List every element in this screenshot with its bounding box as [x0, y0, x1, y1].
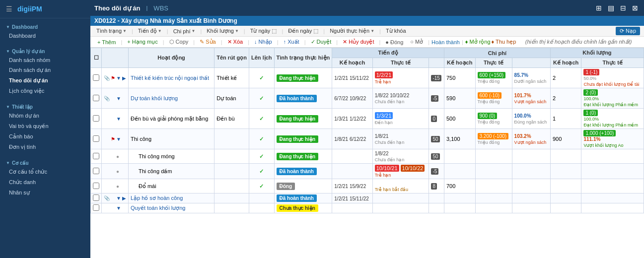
sidebar-item-vaitro[interactable]: Vai trò và quyền	[0, 121, 90, 131]
row-checkbox[interactable]	[91, 203, 102, 213]
row-checkbox[interactable]	[91, 129, 102, 149]
filter-tinh-trang[interactable]: Tình trạng ▼	[94, 27, 129, 35]
topbar-subtitle: WBS	[153, 4, 168, 12]
nap-button[interactable]: ⟳ Nạp	[616, 27, 640, 35]
table-row: 📎 ⚑ ▼ Quyết toán khối lượng Chưa thực hi…	[91, 203, 644, 213]
hamburger-icon[interactable]: ☰	[6, 5, 12, 13]
td-thuc-te-cell: 10/10/21 10/10/22Trễ hạn	[372, 164, 429, 179]
qty-percent: 50.0%	[583, 76, 596, 81]
th-cp-percent	[512, 58, 550, 68]
mo-rong-button[interactable]: ♦ Mở rộng	[465, 39, 491, 45]
sidebar-item-chucdanh[interactable]: Chức danh	[0, 177, 90, 188]
view-toggle-btn-4[interactable]: ⊠	[630, 3, 640, 13]
sidebar-item-donvi[interactable]: Đơn vị tính	[0, 142, 90, 152]
row-checkbox[interactable]	[91, 179, 102, 194]
nhap-button[interactable]: ↓ Nhập	[251, 38, 275, 46]
sidebar-section-title-dashboard: Dashboard	[0, 20, 90, 31]
td-thuc-te-cell	[372, 203, 429, 213]
filter-nguoi-thuc-hien[interactable]: Người thực hiện ▼	[328, 27, 376, 35]
cp-percent-cell: 100.0%Đúng ngân sách	[512, 109, 550, 129]
duyet-button[interactable]: ✓ Duyệt	[308, 38, 335, 46]
view-toggle-btn-2[interactable]: ▤	[606, 3, 616, 13]
row-checkbox[interactable]	[91, 88, 102, 109]
row-checkbox[interactable]	[91, 164, 102, 179]
sidebar-item-dashboard[interactable]: Dashboard	[0, 31, 90, 41]
td-note: Trễ hạn	[375, 79, 391, 84]
xoa-button[interactable]: ✕ Xóa	[224, 38, 246, 46]
sidebar-item-danhsachduan[interactable]: Danh sách dự án	[0, 65, 90, 75]
sua-button[interactable]: ✎ Sửa	[197, 38, 219, 46]
delta-badge: 0	[431, 116, 437, 122]
filter-tu-khoa[interactable]: Từ khóa	[384, 27, 408, 35]
filter-den-ngay[interactable]: Đến ngày ⬚	[286, 27, 320, 35]
activity-link[interactable]: Dự toán khối lượng	[131, 95, 178, 101]
check-icon: ✓	[259, 136, 264, 142]
qty-note: Vượt khối lượng Ao	[583, 143, 623, 148]
row-checkbox[interactable]	[91, 109, 102, 129]
filter-sep-4: |	[244, 28, 245, 34]
sidebar-item-lichcongviec[interactable]: Lịch công việc	[0, 86, 90, 96]
cp-percent-cell	[512, 149, 550, 164]
sidebar-item-theodoiduan[interactable]: Theo dõi dự án	[0, 75, 90, 86]
len-lich-cell	[249, 194, 275, 203]
td-thuc-te-cell: 1/8/21Chưa đến hạn	[372, 129, 429, 149]
top-bar: Theo dõi dự án | WBS ⊞ ▤ ⊟ ⊠	[90, 0, 644, 16]
sidebar-item-cocan[interactable]: Cơ cấu tổ chức	[0, 167, 90, 177]
toolbar-sep-6: |	[277, 39, 279, 45]
sidebar-item-nhansu[interactable]: Nhân sự	[0, 188, 90, 198]
cp-percent-cell: 101.7%Vượt ngân sách	[512, 88, 550, 109]
logo-pm: PM	[32, 5, 42, 13]
row-checkbox[interactable]	[91, 149, 102, 164]
hang-muc-button[interactable]: + Hạng mục	[124, 38, 160, 46]
check-icon: ✓	[259, 95, 264, 101]
copy-button[interactable]: ⬡ Copy	[166, 38, 192, 46]
filter-chi-phi[interactable]: Chi phí ▼	[171, 28, 198, 35]
sidebar-item-nhomduan[interactable]: Nhóm dự án	[0, 111, 90, 121]
row-icons: 📎 ⚑ ▼	[102, 203, 129, 213]
th-kl-thuc-te: Thực tế	[581, 58, 644, 68]
filter-tien-do[interactable]: Tiến độ ▼	[136, 27, 164, 35]
row-icons: 📎 ⚑ ▼	[102, 109, 129, 129]
td-thuc-te-cell: 1/3/21Đến hạn	[372, 109, 429, 129]
filter-sep-2: |	[167, 28, 168, 34]
them-button[interactable]: + Thêm	[94, 38, 119, 46]
hoan-thanh-button[interactable]: Hoàn thành	[431, 39, 460, 45]
cost-note: Triệu đồng	[478, 99, 500, 104]
cp-thuc-te-cell: 600 (+150)Triệu đồng	[475, 68, 512, 88]
activity-link[interactable]: Lập hồ sơ hoàn công	[131, 195, 183, 201]
toolbar-sep-4: |	[221, 39, 222, 45]
td-ke-hoach-cell: 1/2/21 15/11/22	[332, 68, 372, 88]
view-toggle-btn-1[interactable]: ⊞	[594, 3, 604, 13]
clip-placeholder: 📎	[104, 136, 110, 142]
triangle-icon: ▼	[116, 205, 121, 211]
activity-link[interactable]: Thiết kế kiến trúc nội ngoại thất	[131, 75, 209, 81]
huy-duyet-button[interactable]: ✕ Hủy duyệt	[340, 38, 377, 46]
table-row: 📎 ⚑ ● Đổ mái ✓ Đóng 1/2/21 15/9/22 Trễ h…	[91, 179, 644, 194]
kl-thuc-te-cell	[581, 149, 644, 164]
row-checkbox[interactable]	[91, 68, 102, 88]
td-thuc-te-cell	[372, 194, 429, 203]
clip-icon: 📎	[104, 96, 110, 101]
qty-badge: 1 (-1)	[583, 69, 599, 75]
mo-button[interactable]: ○ Mở	[407, 38, 426, 46]
filter-khoi-luong[interactable]: Khối lượng ▼	[205, 27, 241, 35]
dong-button[interactable]: ● Đóng	[382, 38, 406, 46]
sidebar-item-canhbao[interactable]: Cảnh báo	[0, 131, 90, 142]
cp-thuc-te-cell	[475, 203, 512, 213]
thu-hep-button[interactable]: ♦ Thu hẹp	[492, 39, 516, 45]
xuat-button[interactable]: ↑ Xuất	[281, 38, 302, 46]
row-checkbox[interactable]	[91, 194, 102, 203]
cost-badge: 900 (0)	[478, 113, 498, 119]
activity-cell: Đổ mái	[128, 179, 214, 194]
toolbar: + Thêm | + Hạng mục | ⬡ Copy | ✎ Sửa | ✕…	[90, 37, 644, 48]
activity-link[interactable]: Quyết toán khối lượng	[131, 205, 186, 211]
th-checkbox: ☐	[91, 48, 102, 68]
view-toggle-btn-3[interactable]: ⊟	[618, 3, 628, 13]
cost-label: Đúng ngân sách	[514, 120, 547, 125]
status-badge: Đã hoàn thành	[277, 194, 317, 202]
filter-tu-ngay[interactable]: Từ ngày ⬚	[248, 27, 279, 35]
sidebar-item-danhsachnhom[interactable]: Danh sách nhóm	[0, 55, 90, 65]
expand-icon: ▶	[122, 195, 126, 201]
cp-ke-hoach-cell	[444, 164, 476, 179]
kl-thuc-te-cell: 1.000 (+100)111.1%Vượt khối lượng Ao	[581, 129, 644, 149]
